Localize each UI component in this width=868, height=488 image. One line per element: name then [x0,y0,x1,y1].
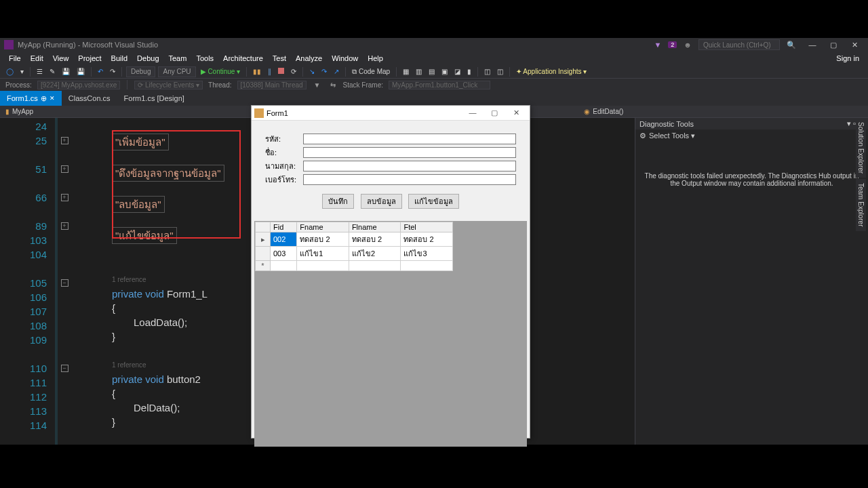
tab-classcon-cs[interactable]: ClassCon.cs [62,91,117,106]
break-icon[interactable]: ▮▮ [251,68,263,75]
pause-icon[interactable]: ∥ [266,68,273,75]
cell[interactable]: ทดสอบ 2 [401,232,453,247]
tb-icon-f[interactable]: ▮ [465,68,473,75]
pin-icon[interactable]: ⊕ [41,94,47,103]
menu-file[interactable]: File [4,54,26,62]
collapse-region-icon[interactable]: − [61,365,68,372]
nav-fwd-icon[interactable]: ▾ [18,68,26,75]
select-tools-dropdown[interactable]: Select Tools ▾ [649,131,695,140]
notification-badge[interactable]: 2 [668,41,677,48]
collapse-region-icon[interactable]: − [61,279,68,287]
row-header[interactable]: ▸ [256,232,271,247]
cell[interactable]: ทดสอบ 2 [349,232,401,247]
gear-icon[interactable]: ⚙ [639,131,646,140]
menu-team[interactable]: Team [164,54,192,62]
delete-button[interactable]: ลบข้อมูล [361,194,402,209]
tb-icon-d[interactable]: ▣ [439,68,450,75]
thread-filter-icon[interactable]: ▼ [312,81,323,89]
stop-button[interactable] [276,68,286,75]
feedback-icon[interactable]: ☻ [684,41,692,49]
member-dropdown[interactable]: ◉EditData() [578,108,868,115]
solution-explorer-tab[interactable]: Solution Explorer [856,118,866,178]
maximize-button[interactable]: ▢ [824,41,843,49]
sign-in-link[interactable]: Sign in [831,54,864,62]
form1-titlebar[interactable]: Form1 — ▢ ✕ [252,106,530,121]
menu-architecture[interactable]: Architecture [218,54,268,62]
id-input[interactable] [303,134,516,144]
thread-dropdown[interactable]: [10388] Main Thread [237,81,307,89]
menu-help[interactable]: Help [363,54,388,62]
expand-region-icon[interactable]: + [61,165,68,173]
tab-form1-cs[interactable]: Form1.cs ⊕ ✕ [0,91,62,106]
form-maximize-button[interactable]: ▢ [484,108,505,117]
stack-dropdown[interactable]: MyApp.Form1.button1_Click [389,81,490,89]
nav-back-icon[interactable]: ◯ [4,68,16,75]
tb-icon-h[interactable]: ◫ [495,68,505,75]
step-into-icon[interactable]: ↘ [307,68,317,75]
tab-form1-design[interactable]: Form1.cs [Design] [117,91,191,106]
codemap-button[interactable]: ⧉ Code Map [350,68,392,76]
tb-icon-a[interactable]: ▦ [401,68,411,75]
name-input[interactable] [303,147,516,158]
platform-dropdown[interactable]: Any CPU [158,66,195,77]
close-button[interactable]: ✕ [845,41,864,49]
menu-project[interactable]: Project [73,54,106,62]
menu-edit[interactable]: Edit [26,54,48,62]
tb-icon-e[interactable]: ◪ [452,68,462,75]
tb-icon-g[interactable]: ◫ [482,68,492,75]
cell[interactable]: ทดสอบ 2 [297,232,349,247]
row-header[interactable] [256,247,271,261]
minimize-button[interactable]: — [803,41,822,49]
redo-icon[interactable]: ↷ [108,68,117,75]
restart-icon[interactable]: ⟳ [289,68,298,75]
swap-icon[interactable]: ⇆ [328,81,338,89]
continue-button[interactable]: ▶ Continue ▾ [199,68,243,75]
process-dropdown[interactable]: [9224] MyApp.vshost.exe [37,81,120,89]
grid-row[interactable]: 003 แก้ไข1 แก้ไข2 แก้ไข3 [256,247,453,261]
tb-icon-c[interactable]: ▤ [427,68,437,75]
undo-icon[interactable]: ↶ [96,68,105,75]
col-fid[interactable]: Fid [271,222,297,232]
lifecycle-dropdown[interactable]: ⟳ Lifecycle Events ▾ [134,81,203,89]
menu-view[interactable]: View [48,54,74,62]
menu-window[interactable]: Window [327,54,363,62]
lastname-input[interactable] [303,161,516,171]
codelens[interactable]: 1 reference [112,443,224,445]
cell[interactable]: แก้ไข3 [401,247,453,261]
tb-icon-b[interactable]: ▥ [414,68,424,75]
saveall-icon[interactable]: 💾 [75,68,87,75]
form-minimize-button[interactable]: — [462,108,484,117]
grid-row[interactable]: ▸ 002 ทดสอบ 2 ทดสอบ 2 ทดสอบ 2 [256,232,453,247]
col-ftel[interactable]: Ftel [401,222,453,232]
new-row-icon[interactable]: * [256,261,271,271]
col-flname[interactable]: Flname [349,222,401,232]
tel-input[interactable] [303,174,516,185]
project-dropdown[interactable]: ▮MyApp [0,108,290,115]
form-close-button[interactable]: ✕ [505,108,527,117]
col-fname[interactable]: Fname [297,222,349,232]
close-tab-icon[interactable]: ✕ [50,95,55,102]
expand-region-icon[interactable]: + [61,137,68,144]
datagrid[interactable]: Fid Fname Flname Ftel ▸ 002 ทดสอบ 2 ทดสอ… [254,221,527,447]
config-dropdown[interactable]: Debug [126,66,155,77]
codelens[interactable]: 1 reference [112,272,224,287]
menu-test[interactable]: Test [268,54,291,62]
cell[interactable]: แก้ไข1 [297,247,349,261]
flag-icon[interactable]: ▼ [654,41,661,49]
edit-button[interactable]: แก้ไขข้อมูล [408,194,459,209]
cell[interactable]: 002 [271,232,297,247]
codelens[interactable]: 1 reference [112,358,224,372]
team-explorer-tab[interactable]: Team Explorer [856,179,866,230]
expand-region-icon[interactable]: + [61,222,68,230]
step-over-icon[interactable]: ↷ [319,68,329,75]
expand-region-icon[interactable]: + [61,194,68,201]
menu-tools[interactable]: Tools [191,54,218,62]
insights-button[interactable]: ✦ Application Insights ▾ [514,68,589,75]
grid-new-row[interactable]: * [256,261,453,271]
save-icon[interactable]: 💾 [60,68,72,75]
quick-launch-input[interactable] [698,39,780,50]
menu-analyze[interactable]: Analyze [291,54,327,62]
save-button[interactable]: บันทึก [322,194,354,209]
menu-debug[interactable]: Debug [132,54,163,62]
search-icon[interactable]: 🔍 [787,41,796,49]
